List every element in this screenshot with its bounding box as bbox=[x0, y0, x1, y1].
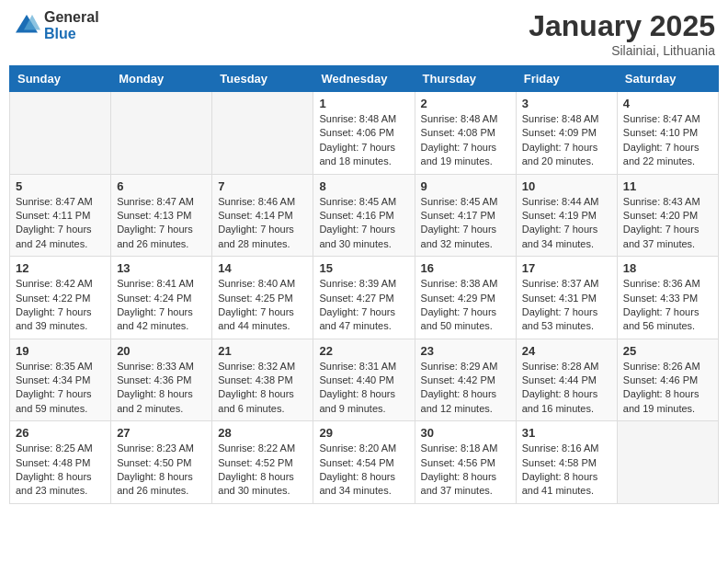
calendar-cell: 6Sunrise: 8:47 AMSunset: 4:13 PMDaylight… bbox=[111, 174, 212, 257]
calendar-cell: 17Sunrise: 8:37 AMSunset: 4:31 PMDayligh… bbox=[516, 257, 617, 339]
day-info: Sunrise: 8:22 AMSunset: 4:52 PMDaylight:… bbox=[218, 442, 307, 499]
calendar-week-row: 5Sunrise: 8:47 AMSunset: 4:11 PMDaylight… bbox=[10, 174, 719, 257]
calendar-cell: 14Sunrise: 8:40 AMSunset: 4:25 PMDayligh… bbox=[212, 257, 313, 339]
day-header-tuesday: Tuesday bbox=[212, 66, 313, 92]
day-number: 19 bbox=[16, 344, 105, 358]
day-info: Sunrise: 8:36 AMSunset: 4:33 PMDaylight:… bbox=[623, 277, 712, 334]
calendar-cell: 9Sunrise: 8:45 AMSunset: 4:17 PMDaylight… bbox=[415, 174, 516, 257]
day-info: Sunrise: 8:43 AMSunset: 4:20 PMDaylight:… bbox=[623, 195, 712, 252]
day-info: Sunrise: 8:25 AMSunset: 4:48 PMDaylight:… bbox=[16, 442, 105, 499]
calendar-cell: 8Sunrise: 8:45 AMSunset: 4:16 PMDaylight… bbox=[313, 174, 415, 257]
day-number: 29 bbox=[319, 426, 408, 440]
day-number: 30 bbox=[421, 426, 510, 440]
day-header-sunday: Sunday bbox=[10, 66, 111, 92]
calendar-cell: 28Sunrise: 8:22 AMSunset: 4:52 PMDayligh… bbox=[212, 421, 313, 504]
calendar-cell: 13Sunrise: 8:41 AMSunset: 4:24 PMDayligh… bbox=[111, 257, 212, 339]
day-header-thursday: Thursday bbox=[415, 66, 516, 92]
day-info: Sunrise: 8:48 AMSunset: 4:09 PMDaylight:… bbox=[522, 112, 611, 169]
day-info: Sunrise: 8:41 AMSunset: 4:24 PMDaylight:… bbox=[117, 277, 206, 334]
day-header-wednesday: Wednesday bbox=[313, 66, 415, 92]
day-number: 26 bbox=[16, 426, 105, 440]
day-info: Sunrise: 8:42 AMSunset: 4:22 PMDaylight:… bbox=[16, 277, 105, 334]
calendar-cell bbox=[617, 421, 718, 504]
day-number: 17 bbox=[522, 261, 611, 275]
day-info: Sunrise: 8:20 AMSunset: 4:54 PMDaylight:… bbox=[319, 442, 408, 499]
day-number: 2 bbox=[421, 97, 510, 110]
calendar-week-row: 26Sunrise: 8:25 AMSunset: 4:48 PMDayligh… bbox=[10, 421, 719, 504]
day-number: 4 bbox=[623, 97, 712, 110]
day-info: Sunrise: 8:33 AMSunset: 4:36 PMDaylight:… bbox=[117, 360, 206, 417]
day-number: 8 bbox=[319, 179, 408, 193]
day-info: Sunrise: 8:38 AMSunset: 4:29 PMDaylight:… bbox=[421, 277, 510, 334]
calendar-cell bbox=[10, 92, 111, 175]
calendar-cell: 10Sunrise: 8:44 AMSunset: 4:19 PMDayligh… bbox=[516, 174, 617, 257]
calendar-cell: 31Sunrise: 8:16 AMSunset: 4:58 PMDayligh… bbox=[516, 421, 617, 504]
calendar-cell: 25Sunrise: 8:26 AMSunset: 4:46 PMDayligh… bbox=[617, 339, 718, 421]
day-number: 18 bbox=[623, 261, 712, 275]
day-number: 5 bbox=[16, 179, 105, 193]
day-info: Sunrise: 8:28 AMSunset: 4:44 PMDaylight:… bbox=[522, 360, 611, 417]
calendar-cell: 20Sunrise: 8:33 AMSunset: 4:36 PMDayligh… bbox=[111, 339, 212, 421]
day-info: Sunrise: 8:48 AMSunset: 4:06 PMDaylight:… bbox=[319, 112, 408, 169]
calendar: SundayMondayTuesdayWednesdayThursdayFrid… bbox=[9, 65, 719, 504]
title-area: January 2025 Silainiai, Lithuania bbox=[529, 9, 715, 58]
logo-general: General bbox=[44, 9, 99, 26]
day-info: Sunrise: 8:40 AMSunset: 4:25 PMDaylight:… bbox=[218, 277, 307, 334]
calendar-cell: 19Sunrise: 8:35 AMSunset: 4:34 PMDayligh… bbox=[10, 339, 111, 421]
day-number: 13 bbox=[117, 261, 206, 275]
calendar-cell: 1Sunrise: 8:48 AMSunset: 4:06 PMDaylight… bbox=[313, 92, 415, 175]
day-header-saturday: Saturday bbox=[617, 66, 718, 92]
day-info: Sunrise: 8:18 AMSunset: 4:56 PMDaylight:… bbox=[421, 442, 510, 499]
day-number: 9 bbox=[421, 179, 510, 193]
calendar-cell: 22Sunrise: 8:31 AMSunset: 4:40 PMDayligh… bbox=[313, 339, 415, 421]
day-number: 31 bbox=[522, 426, 611, 440]
calendar-cell: 23Sunrise: 8:29 AMSunset: 4:42 PMDayligh… bbox=[415, 339, 516, 421]
day-number: 24 bbox=[522, 344, 611, 358]
day-info: Sunrise: 8:31 AMSunset: 4:40 PMDaylight:… bbox=[319, 360, 408, 417]
day-header-monday: Monday bbox=[111, 66, 212, 92]
day-number: 28 bbox=[218, 426, 307, 440]
month-title: January 2025 bbox=[529, 9, 715, 43]
day-info: Sunrise: 8:47 AMSunset: 4:13 PMDaylight:… bbox=[117, 195, 206, 252]
calendar-cell: 21Sunrise: 8:32 AMSunset: 4:38 PMDayligh… bbox=[212, 339, 313, 421]
calendar-cell: 24Sunrise: 8:28 AMSunset: 4:44 PMDayligh… bbox=[516, 339, 617, 421]
calendar-cell: 27Sunrise: 8:23 AMSunset: 4:50 PMDayligh… bbox=[111, 421, 212, 504]
day-number: 23 bbox=[421, 344, 510, 358]
day-info: Sunrise: 8:26 AMSunset: 4:46 PMDaylight:… bbox=[623, 360, 712, 417]
day-info: Sunrise: 8:35 AMSunset: 4:34 PMDaylight:… bbox=[16, 360, 105, 417]
calendar-header-row: SundayMondayTuesdayWednesdayThursdayFrid… bbox=[10, 66, 719, 92]
calendar-cell: 18Sunrise: 8:36 AMSunset: 4:33 PMDayligh… bbox=[617, 257, 718, 339]
location: Silainiai, Lithuania bbox=[529, 43, 715, 58]
day-number: 10 bbox=[522, 179, 611, 193]
logo-icon bbox=[13, 12, 40, 40]
day-number: 3 bbox=[522, 97, 611, 110]
calendar-week-row: 12Sunrise: 8:42 AMSunset: 4:22 PMDayligh… bbox=[10, 257, 719, 339]
day-info: Sunrise: 8:32 AMSunset: 4:38 PMDaylight:… bbox=[218, 360, 307, 417]
calendar-cell: 4Sunrise: 8:47 AMSunset: 4:10 PMDaylight… bbox=[617, 92, 718, 175]
calendar-cell: 11Sunrise: 8:43 AMSunset: 4:20 PMDayligh… bbox=[617, 174, 718, 257]
calendar-cell bbox=[212, 92, 313, 175]
calendar-cell: 7Sunrise: 8:46 AMSunset: 4:14 PMDaylight… bbox=[212, 174, 313, 257]
day-info: Sunrise: 8:48 AMSunset: 4:08 PMDaylight:… bbox=[421, 112, 510, 169]
day-number: 12 bbox=[16, 261, 105, 275]
day-info: Sunrise: 8:45 AMSunset: 4:16 PMDaylight:… bbox=[319, 195, 408, 252]
day-info: Sunrise: 8:37 AMSunset: 4:31 PMDaylight:… bbox=[522, 277, 611, 334]
day-number: 6 bbox=[117, 179, 206, 193]
day-number: 7 bbox=[218, 179, 307, 193]
calendar-cell: 3Sunrise: 8:48 AMSunset: 4:09 PMDaylight… bbox=[516, 92, 617, 175]
day-number: 20 bbox=[117, 344, 206, 358]
day-number: 21 bbox=[218, 344, 307, 358]
day-header-friday: Friday bbox=[516, 66, 617, 92]
day-number: 14 bbox=[218, 261, 307, 275]
calendar-week-row: 19Sunrise: 8:35 AMSunset: 4:34 PMDayligh… bbox=[10, 339, 719, 421]
logo-blue: Blue bbox=[44, 26, 99, 42]
calendar-cell: 15Sunrise: 8:39 AMSunset: 4:27 PMDayligh… bbox=[313, 257, 415, 339]
day-info: Sunrise: 8:46 AMSunset: 4:14 PMDaylight:… bbox=[218, 195, 307, 252]
day-number: 16 bbox=[421, 261, 510, 275]
calendar-cell: 30Sunrise: 8:18 AMSunset: 4:56 PMDayligh… bbox=[415, 421, 516, 504]
day-number: 15 bbox=[319, 261, 408, 275]
day-info: Sunrise: 8:47 AMSunset: 4:11 PMDaylight:… bbox=[16, 195, 105, 252]
day-number: 22 bbox=[319, 344, 408, 358]
day-info: Sunrise: 8:16 AMSunset: 4:58 PMDaylight:… bbox=[522, 442, 611, 499]
day-number: 25 bbox=[623, 344, 712, 358]
